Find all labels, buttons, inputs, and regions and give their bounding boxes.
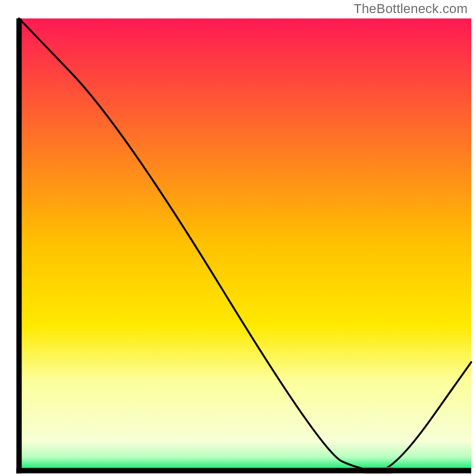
chart-stage: TheBottleneck.com	[0, 0, 476, 476]
bottleneck-chart	[0, 0, 476, 476]
gradient-background	[19, 18, 471, 471]
